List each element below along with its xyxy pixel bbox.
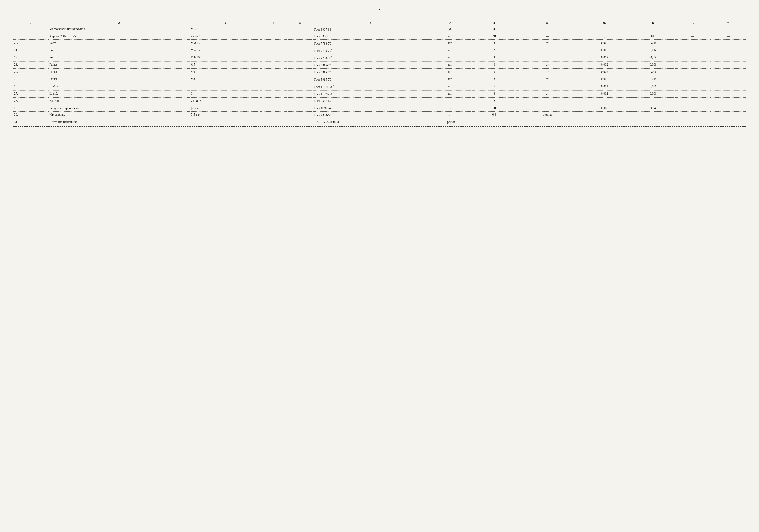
cell-mark: М6х25 <box>190 47 260 54</box>
cell-doc: Гост 7798-70* <box>313 40 428 47</box>
top-dashed-line <box>13 19 746 19</box>
cell-col13 <box>710 61 746 68</box>
cell-blank2 <box>287 105 313 111</box>
cell-mark: МБ-70 <box>190 26 260 33</box>
cell-col10: — <box>578 111 631 119</box>
cell-doc: Гост 11371-68* <box>313 90 428 97</box>
cell-col11: — <box>631 119 675 125</box>
cell-blank <box>260 105 287 111</box>
cell-doc: Гост 530-71 <box>313 33 428 39</box>
table-row: 31. Лента изоляцион-ная ТУ-16-503--020-6… <box>13 119 746 125</box>
cell-col10: 0,002 <box>578 90 631 97</box>
cell-doc: Гост 7338-65*** <box>313 111 428 119</box>
cell-doc: Гост 9347-60 <box>313 97 428 105</box>
col-header-10: IO <box>578 20 631 26</box>
cell-mat: — <box>516 26 578 33</box>
cell-mark: М8 <box>190 76 260 83</box>
col-header-5: 5 <box>287 20 313 26</box>
cell-col11: 0,24 <box>631 105 675 111</box>
cell-qty: 4 <box>472 26 516 33</box>
cell-unit: шт <box>428 76 472 83</box>
cell-blank <box>260 97 287 105</box>
cell-col10: 0,006 <box>578 76 631 83</box>
cell-blank <box>260 69 287 76</box>
cell-name: Картон <box>49 97 190 105</box>
cell-blank2 <box>287 83 313 90</box>
cell-qty: 3 <box>472 76 516 83</box>
cell-name: Болт <box>49 54 190 61</box>
cell-col10: 0,001 <box>578 83 631 90</box>
cell-col13 <box>710 69 746 76</box>
cell-col12: — <box>675 26 710 33</box>
cell-col12 <box>675 90 710 97</box>
cell-doc: Гост 7798-70* <box>313 47 428 54</box>
cell-blank2 <box>287 54 313 61</box>
cell-unit: шт <box>428 33 472 39</box>
table-row: 24. Гайка М6 Гост 5915-70* шт 3 ст 0,002… <box>13 69 746 76</box>
cell-unit: шт <box>428 90 472 97</box>
cell-name: Масса кабельная битумная <box>49 26 190 33</box>
cell-col10: — <box>578 119 631 125</box>
cell-unit: шт <box>428 54 472 61</box>
table-row: 27. Шайба 8 Гост 11371-68* шт 3 ст 0,002… <box>13 90 746 97</box>
cell-blank <box>260 83 287 90</box>
cell-mark: М6 <box>190 69 260 76</box>
table-row: 23. Гайка М5 Гост 5915-70* шт 3 ст 0,002… <box>13 61 746 68</box>
cell-name: Кирпич 250х120х75 <box>49 33 190 39</box>
cell-num: 28. <box>13 97 49 105</box>
cell-col10: 0,006 <box>578 40 631 47</box>
cell-mark: М5 <box>190 61 260 68</box>
cell-unit: шт <box>428 61 472 68</box>
cell-col11: 0,006 <box>631 83 675 90</box>
cell-col12: — <box>675 40 710 47</box>
cell-num: 22. <box>13 54 49 61</box>
cell-unit: шт <box>428 47 472 54</box>
cell-mat: резина <box>516 111 578 119</box>
cell-col11: — <box>631 97 675 105</box>
cell-col10: — <box>578 26 631 33</box>
page-title: - 5 - <box>13 9 746 14</box>
cell-col10: 0,002 <box>578 69 631 76</box>
cell-col10: 0,017 <box>578 54 631 61</box>
cell-name: Лента изоляцион-ная <box>49 119 190 125</box>
col-header-11: II <box>631 20 675 26</box>
cell-blank <box>260 61 287 68</box>
cell-mark: ф I мм <box>190 105 260 111</box>
cell-col11: 0,014 <box>631 47 675 54</box>
cell-blank <box>260 90 287 97</box>
cell-blank <box>260 33 287 39</box>
cell-doc: Гост 5915-70* <box>313 76 428 83</box>
cell-blank <box>260 54 287 61</box>
cell-col11: 0,018 <box>631 40 675 47</box>
cell-blank <box>260 76 287 83</box>
cell-mark: марки Б <box>190 97 260 105</box>
cell-qty: 3 <box>472 61 516 68</box>
cell-col11: 0,006 <box>631 90 675 97</box>
cell-mat: — <box>516 97 578 105</box>
cell-num: 24. <box>13 69 49 76</box>
cell-unit: м2 <box>428 111 472 119</box>
cell-blank2 <box>287 33 313 39</box>
cell-col11: 0,018 <box>631 76 675 83</box>
cell-mat: — <box>516 33 578 39</box>
cell-mark <box>190 119 260 125</box>
cell-col11: 140 <box>631 33 675 39</box>
cell-num: 23. <box>13 61 49 68</box>
table-header: I 2 3 4 5 6 7 8 9 IO II I2 I3 <box>13 20 746 26</box>
cell-qty: 2 <box>472 47 516 54</box>
cell-name: Уплотнение <box>49 111 190 119</box>
cell-col12 <box>675 69 710 76</box>
cell-col12 <box>675 54 710 61</box>
col-header-12: I2 <box>675 20 710 26</box>
cell-blank <box>260 47 287 54</box>
table-row: 21. Болт М6х25 Гост 7798-70* шт 2 ст 0,0… <box>13 47 746 54</box>
cell-qty: 3 <box>472 90 516 97</box>
cell-col12: — <box>675 119 710 125</box>
cell-unit: шт <box>428 69 472 76</box>
cell-mark: М5х25 <box>190 40 260 47</box>
cell-blank <box>260 111 287 119</box>
cell-col12: — <box>675 33 710 39</box>
cell-col11: — <box>631 111 675 119</box>
cell-unit: кг <box>428 26 472 33</box>
cell-col11: 0,006 <box>631 61 675 68</box>
